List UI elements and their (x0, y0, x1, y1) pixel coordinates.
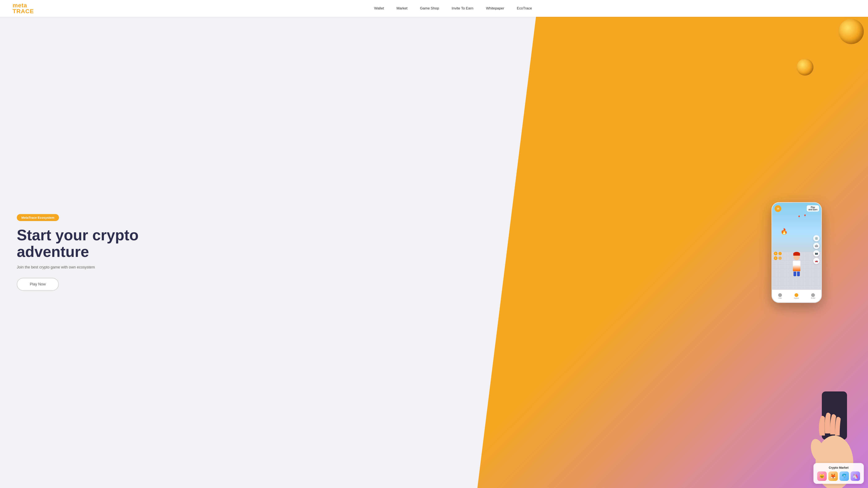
phone-character (789, 254, 804, 277)
flame-icon: 🔥 (780, 228, 788, 235)
map-pin-2: 📍 (803, 214, 807, 218)
coin-decoration-top (839, 19, 864, 44)
phone-side-icon-robot: 🤖 (813, 243, 819, 249)
phone-rank-item-2: 2 (774, 256, 782, 260)
nav-links: Wallet Market Game Shop Invite To Earn W… (51, 6, 856, 10)
phone-mockup-wrapper: 15 Play and Earn 🔥 📍 📍 🏢 🤖 📷 (772, 202, 822, 303)
play-now-button[interactable]: Play Now (17, 278, 59, 291)
phone-side-icons: 🏢 🤖 📷 🚗 (813, 235, 819, 264)
crypto-card-2: 🦊 (828, 471, 838, 481)
phone-badge: 15 (775, 205, 781, 212)
nav-item-wallet[interactable]: Wallet (374, 6, 384, 10)
hero-content: MetaTrace Ecosystem Start your crypto ad… (17, 214, 138, 291)
char-body (793, 261, 800, 271)
phone-screen: 15 Play and Earn 🔥 📍 📍 🏢 🤖 📷 (772, 203, 821, 302)
phone-icon-profile: Profile (811, 293, 815, 299)
navbar: meta TRACE Wallet Market Game Shop Invit… (0, 0, 868, 17)
logo[interactable]: meta TRACE (12, 2, 34, 14)
phone-rank-items: 3 2 (774, 252, 782, 260)
hero-subtitle: Join the best crypto game with own ecosy… (17, 265, 138, 270)
phone-side-icon-building: 🏢 (813, 235, 819, 241)
phone-play-earn-label: Play and Earn (807, 205, 819, 212)
char-head (794, 254, 800, 260)
crypto-market-title: Crypto Market (817, 466, 860, 469)
nav-item-invite[interactable]: Invite To Earn (452, 6, 473, 10)
phone-icon-explore: Explore (794, 293, 799, 299)
map-pin-1: 📍 (797, 215, 801, 219)
ecosystem-badge: MetaTrace Ecosystem (17, 214, 59, 221)
logo-meta: meta (12, 2, 34, 8)
phone-side-icon-car: 🚗 (813, 258, 819, 264)
nav-item-whitepaper[interactable]: Whitepaper (486, 6, 504, 10)
hero-title: Start your crypto adventure (17, 227, 138, 260)
char-hair (793, 252, 800, 256)
phone-icon-chat: Chat (778, 293, 782, 299)
hero-section: MetaTrace Ecosystem Start your crypto ad… (0, 17, 868, 488)
phone-rank-item-1: 3 (774, 252, 782, 255)
crypto-market-preview: Crypto Market 🐱 🦊 🐬 🦄 (813, 463, 864, 484)
coin-decoration-mid (797, 59, 813, 75)
crypto-card-4: 🦄 (850, 471, 860, 481)
phone-side-icon-scan: 📷 (813, 250, 819, 256)
phone-mockup: 15 Play and Earn 🔥 📍 📍 🏢 🤖 📷 (772, 202, 822, 303)
crypto-card-3: 🐬 (839, 471, 849, 481)
char-legs (789, 272, 804, 276)
crypto-cards: 🐱 🦊 🐬 🦄 (817, 471, 860, 481)
nav-item-gameshop[interactable]: Game Shop (420, 6, 439, 10)
logo-trace: TRACE (12, 8, 34, 14)
nav-item-market[interactable]: Market (397, 6, 407, 10)
crypto-card-1: 🐱 (817, 471, 827, 481)
phone-bottom-bar: Chat Explore Profile (772, 289, 821, 302)
nav-item-ecotrace[interactable]: EcoTrace (517, 6, 532, 10)
